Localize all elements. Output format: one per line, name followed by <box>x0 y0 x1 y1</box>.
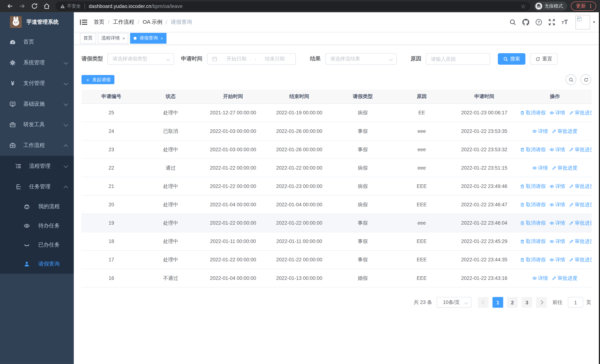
breadcrumb-item[interactable]: 工作流程 <box>113 19 134 25</box>
sidebar-item-基础设施[interactable]: 基础设施 <box>0 94 74 114</box>
create-leave-button[interactable]: ＋ 发起请假 <box>82 75 114 84</box>
monitor-icon <box>10 101 16 107</box>
goto-page-input[interactable] <box>568 297 583 308</box>
detail-action-link[interactable]: 详情 <box>549 256 565 263</box>
cancel-action-link[interactable]: 取消请假 <box>520 219 545 226</box>
progress-action-link[interactable]: 审批进度 <box>569 238 592 245</box>
progress-action-link[interactable]: 审批进度 <box>569 219 592 226</box>
end-date-placeholder: 结束日期 <box>257 56 292 62</box>
tab-首页[interactable]: 首页 <box>80 33 96 44</box>
url-text[interactable]: dashboard.yudao.iocoder.cn/bpm/oa/leave <box>89 3 183 9</box>
tab-流程详情[interactable]: 流程详情× <box>98 33 128 44</box>
progress-action-link[interactable]: 审批进度 <box>552 275 577 281</box>
reason-input[interactable] <box>426 54 490 64</box>
avatar[interactable] <box>576 15 590 29</box>
page-button-2[interactable]: 2 <box>507 297 518 308</box>
reset-button[interactable]: 重置 <box>530 53 558 65</box>
next-page-button[interactable] <box>536 297 547 308</box>
toolbox-icon <box>10 122 16 128</box>
page-button-3[interactable]: 3 <box>522 297 532 308</box>
sidebar-item-我的流程[interactable]: 我的流程 <box>0 197 74 216</box>
detail-action-link[interactable]: 详情 <box>549 201 565 208</box>
progress-action-link[interactable]: 审批进度 <box>569 201 592 208</box>
detail-action-link[interactable]: 详情 <box>532 164 548 171</box>
browser-update-button[interactable]: 更新 ⋮ <box>571 1 596 11</box>
cancel-action-link[interactable]: 取消请假 <box>520 146 545 153</box>
avatar-caret-down-icon[interactable]: ▾ <box>593 20 595 24</box>
cell-start: 2022-01-03 00:00:00 <box>200 140 266 159</box>
collapse-sidebar-icon[interactable] <box>80 19 87 25</box>
refresh-table-button[interactable] <box>581 74 591 85</box>
cell-actions: 详情审批进度 <box>518 122 591 140</box>
detail-action-link[interactable]: 详情 <box>549 219 565 226</box>
breadcrumb-item[interactable]: OA 示例 <box>143 19 162 25</box>
close-icon[interactable]: × <box>160 36 163 40</box>
sidebar-item-待办任务[interactable]: 待办任务 <box>0 216 74 235</box>
sidebar-item-研发工具[interactable]: 研发工具 <box>0 114 74 135</box>
cancel-action-link[interactable]: 取消请假 <box>520 256 545 263</box>
leave-type-select[interactable]: 请选择请假类型 <box>107 53 174 65</box>
cell-reason: eee <box>393 159 450 177</box>
sidebar-item-任务管理[interactable]: 任务管理 <box>0 177 74 197</box>
sidebar-item-已办任务[interactable]: 已办任务 <box>0 235 74 254</box>
sidebar-item-工作流程[interactable]: 工作流程 <box>0 135 74 156</box>
detail-action-link[interactable]: 详情 <box>549 183 565 190</box>
detail-action-link[interactable]: 详情 <box>532 128 548 135</box>
yen-icon: ¥ <box>10 80 16 87</box>
detail-action-link[interactable]: 详情 <box>549 238 565 245</box>
not-secure-label[interactable]: 不安全 <box>67 3 81 9</box>
cancel-action-link[interactable]: 取消请假 <box>520 109 545 116</box>
tab-请假查询[interactable]: 请假查询× <box>130 33 166 44</box>
prev-page-button[interactable] <box>478 297 489 308</box>
breadcrumb-item[interactable]: 首页 <box>94 19 104 25</box>
progress-action-link[interactable]: 审批进度 <box>569 256 592 263</box>
fontsize-icon[interactable]: TT <box>562 19 568 25</box>
close-icon[interactable]: × <box>122 36 125 40</box>
help-icon[interactable]: ? <box>535 19 542 25</box>
sidebar-item-支付管理[interactable]: ¥支付管理 <box>0 73 74 94</box>
sidebar-item-流程管理[interactable]: 流程管理 <box>0 156 74 177</box>
page-button-1[interactable]: 1 <box>493 297 503 308</box>
detail-action-link[interactable]: 详情 <box>549 146 565 153</box>
sidebar-item-请假查询[interactable]: 请假查询 <box>0 254 74 274</box>
sidebar-item-系统管理[interactable]: 系统管理 <box>0 52 74 73</box>
home-icon[interactable] <box>43 3 50 9</box>
column-header: 申请时间 <box>450 90 518 103</box>
cancel-action-link[interactable]: 取消请假 <box>520 183 545 190</box>
sidebar-item-label: 我的流程 <box>38 203 60 210</box>
progress-action-link[interactable]: 审批进度 <box>552 164 577 171</box>
page-size-select[interactable]: 10条/页 <box>437 297 471 308</box>
forward-icon[interactable] <box>19 3 26 9</box>
search-icon[interactable] <box>510 19 516 25</box>
back-icon[interactable] <box>7 3 13 9</box>
detail-action-link[interactable]: 详情 <box>532 275 548 281</box>
cancel-action-link[interactable]: 取消请假 <box>520 238 545 245</box>
github-icon[interactable] <box>523 19 529 25</box>
sidebar-item-label: 任务管理 <box>29 183 51 190</box>
eye-icon <box>549 111 555 115</box>
cancel-action-link[interactable]: 取消请假 <box>520 201 545 208</box>
search-button[interactable]: 搜索 <box>498 53 525 65</box>
trash-icon <box>520 147 526 152</box>
reload-icon[interactable] <box>31 3 38 9</box>
cell-type: 病假 <box>333 104 393 122</box>
sidebar-item-首页[interactable]: 首页 <box>0 32 74 52</box>
cell-id: 16 <box>82 269 141 287</box>
apply-time-range-picker[interactable]: 开始日期 - 结束日期 <box>207 53 296 65</box>
detail-action-link[interactable]: 详情 <box>549 109 565 116</box>
not-secure-warning-icon[interactable] <box>60 4 65 9</box>
app-logo[interactable]: 芋道管理系统 <box>0 12 74 32</box>
progress-action-link[interactable]: 审批进度 <box>552 128 577 135</box>
progress-action-link[interactable]: 审批进度 <box>569 109 592 116</box>
update-label[interactable]: 更新 <box>576 3 586 9</box>
progress-action-link[interactable]: 审批进度 <box>569 146 592 153</box>
address-bar[interactable]: 不安全 dashboard.yudao.iocoder.cn/bpm/oa/le… <box>56 1 530 11</box>
progress-action-link[interactable]: 审批进度 <box>569 183 592 190</box>
action-label: 审批进度 <box>575 183 592 190</box>
bookmark-star-icon[interactable]: ☆ <box>521 3 526 9</box>
result-select[interactable]: 请选择流结果 <box>325 53 397 65</box>
toggle-search-button[interactable] <box>565 74 576 85</box>
fullscreen-icon[interactable] <box>548 19 555 25</box>
browser-menu-icon[interactable]: ⋮ <box>588 3 593 9</box>
table-header-row: 申请编号状态开始时间结束时间请假类型原因申请时间操作 <box>82 90 592 103</box>
